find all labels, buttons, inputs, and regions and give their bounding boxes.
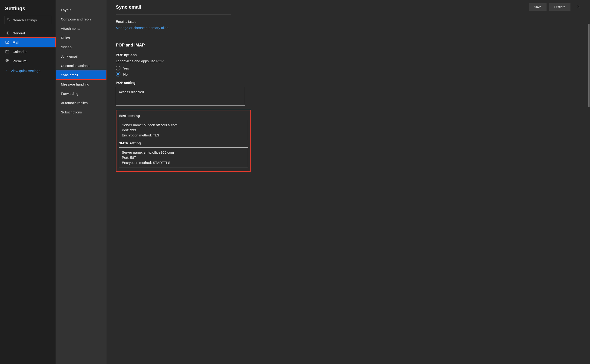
pop-setting-value: Access disabled [119,90,144,94]
search-icon [7,18,10,22]
active-tab-indicator [116,14,231,14]
subnav-junk-email[interactable]: Junk email [56,52,106,61]
imap-server: Server name: outlook.office365.com [122,123,245,128]
imap-setting-title: IMAP setting [119,114,247,118]
category-calendar[interactable]: Calendar [0,47,56,56]
subnav-rules[interactable]: Rules [56,33,106,42]
search-input[interactable] [13,18,49,22]
manage-alias-link[interactable]: Manage or choose a primary alias [116,26,168,30]
view-quick-settings-link[interactable]: View quick settings [0,65,56,76]
pop-setting-title: POP setting [116,81,581,84]
subnav-customize-actions[interactable]: Customize actions [56,61,106,70]
category-list: General Mail Calendar Premium [0,28,56,65]
pop-no-radio[interactable]: No [116,72,581,77]
subnav-layout[interactable]: Layout [56,5,106,14]
diamond-icon [5,59,9,63]
pop-imap-title: POP and IMAP [116,43,581,48]
subnav-automatic-replies[interactable]: Automatic replies [56,98,106,107]
svg-rect-4 [6,51,9,53]
svg-point-0 [7,18,9,20]
pop-options-desc: Let devices and apps use POP [116,59,581,63]
pop-options-title: POP options [116,53,581,57]
sidebar-left: Settings General Mail [0,0,56,364]
settings-title: Settings [0,4,56,16]
close-button[interactable] [575,3,583,11]
imap-port: Port: 993 [122,128,245,133]
svg-rect-3 [6,41,9,44]
imap-setting-box: Server name: outlook.office365.com Port:… [119,120,248,140]
sidebar-middle: Layout Compose and reply Attachments Rul… [56,0,106,364]
imap-encryption: Encryption method: TLS [122,133,245,138]
content-body: Email aliases Manage or choose a primary… [106,14,590,181]
category-label: Premium [13,59,26,63]
subnav-forwarding[interactable]: Forwarding [56,89,106,98]
close-icon [577,5,581,9]
smtp-port: Port: 587 [122,155,245,160]
mail-icon [5,40,9,44]
chevron-left-icon [5,69,8,73]
content-panel: Sync email Save Discard Email aliases Ma… [106,0,590,364]
pop-setting-box: Access disabled [116,87,245,105]
category-premium[interactable]: Premium [0,56,56,65]
subnav-attachments[interactable]: Attachments [56,24,106,33]
settings-window: Settings General Mail [0,0,590,364]
smtp-setting-box: Server name: smtp.office365.com Port: 58… [119,147,248,168]
smtp-server: Server name: smtp.office365.com [122,150,245,155]
category-label: Calendar [13,50,27,54]
radio-icon [116,72,120,77]
subnav-sweep[interactable]: Sweep [56,42,106,52]
scrollbar[interactable] [588,24,590,107]
gear-icon [5,31,9,35]
svg-line-1 [9,20,10,21]
search-settings[interactable] [4,16,51,24]
radio-icon [116,66,120,71]
discard-button[interactable]: Discard [549,3,571,11]
content-header: Sync email Save Discard [106,0,590,14]
quick-settings-label: View quick settings [11,69,40,73]
category-mail[interactable]: Mail [0,38,56,47]
email-aliases-label: Email aliases [116,20,581,24]
category-label: Mail [13,40,19,44]
smtp-setting-title: SMTP setting [119,141,247,145]
subnav-sync-email[interactable]: Sync email [56,70,106,79]
category-general[interactable]: General [0,28,56,38]
pop-yes-radio[interactable]: Yes [116,66,581,71]
page-title: Sync email [116,4,526,10]
calendar-icon [5,50,9,54]
imap-smtp-callout: IMAP setting Server name: outlook.office… [116,110,251,172]
mail-subnav: Layout Compose and reply Attachments Rul… [56,5,106,117]
smtp-encryption: Encryption method: STARTTLS [122,160,245,165]
save-button[interactable]: Save [529,3,546,11]
subnav-compose-and-reply[interactable]: Compose and reply [56,14,106,24]
category-label: General [13,31,25,35]
svg-point-2 [7,32,8,34]
radio-label: Yes [123,66,129,70]
subnav-subscriptions[interactable]: Subscriptions [56,107,106,117]
subnav-message-handling[interactable]: Message handling [56,79,106,89]
radio-label: No [123,72,128,76]
